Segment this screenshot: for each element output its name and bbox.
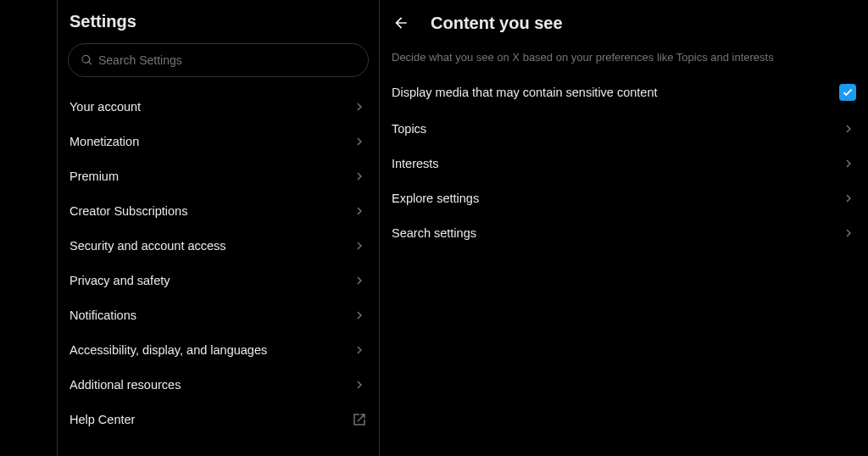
left-nav-gap <box>0 0 58 456</box>
chevron-right-icon <box>352 169 367 184</box>
settings-title: Settings <box>58 8 379 40</box>
nav-item-label: Premium <box>70 170 119 183</box>
nav-item-label: Monetization <box>70 135 139 148</box>
nav-item-label: Additional resources <box>70 378 181 392</box>
search-icon <box>81 53 93 67</box>
chevron-right-icon <box>352 203 367 219</box>
detail-item-label: Search settings <box>392 226 476 240</box>
nav-premium[interactable]: Premium <box>58 158 379 193</box>
chevron-right-icon <box>352 273 367 288</box>
nav-additional-resources[interactable]: Additional resources <box>58 367 379 402</box>
nav-help-center[interactable]: Help Center <box>58 402 379 437</box>
detail-item-topics[interactable]: Topics <box>380 111 868 146</box>
nav-monetization[interactable]: Monetization <box>58 124 379 158</box>
chevron-right-icon <box>841 191 856 206</box>
chevron-right-icon <box>352 238 367 253</box>
nav-your-account[interactable]: Your account <box>58 89 379 124</box>
nav-privacy[interactable]: Privacy and safety <box>58 263 379 298</box>
detail-item-search-settings[interactable]: Search settings <box>380 215 868 250</box>
search-input[interactable] <box>98 53 356 67</box>
detail-item-interests[interactable]: Interests <box>380 146 868 181</box>
chevron-right-icon <box>841 121 856 136</box>
detail-title: Content you see <box>431 14 563 33</box>
settings-nav: Your account Monetization Premium Creato… <box>58 89 379 437</box>
chevron-right-icon <box>352 99 367 114</box>
toggle-label: Display media that may contain sensitive… <box>392 86 658 99</box>
detail-item-label: Topics <box>392 122 426 136</box>
search-wrap <box>58 40 379 89</box>
back-button[interactable] <box>387 8 415 37</box>
nav-item-label: Your account <box>70 100 141 114</box>
nav-accessibility[interactable]: Accessibility, display, and languages <box>58 332 379 367</box>
sensitive-content-checkbox[interactable] <box>839 84 856 101</box>
nav-item-label: Security and account access <box>70 239 226 253</box>
chevron-right-icon <box>841 156 856 171</box>
chevron-right-icon <box>352 134 367 149</box>
nav-item-label: Help Center <box>70 413 135 426</box>
chevron-right-icon <box>352 308 367 323</box>
chevron-right-icon <box>352 377 367 392</box>
check-icon <box>842 86 854 98</box>
detail-header: Content you see <box>380 5 868 44</box>
external-link-icon <box>352 412 367 427</box>
nav-item-label: Creator Subscriptions <box>70 204 187 218</box>
nav-creator-subs[interactable]: Creator Subscriptions <box>58 193 379 228</box>
chevron-right-icon <box>352 342 367 358</box>
detail-item-explore-settings[interactable]: Explore settings <box>380 181 868 215</box>
nav-item-label: Privacy and safety <box>70 274 170 287</box>
arrow-left-icon <box>392 14 409 31</box>
detail-description: Decide what you see on X based on your p… <box>380 44 868 75</box>
nav-item-label: Accessibility, display, and languages <box>70 343 267 357</box>
detail-panel: Content you see Decide what you see on X… <box>380 0 868 456</box>
detail-item-label: Interests <box>392 157 439 170</box>
search-settings[interactable] <box>68 43 369 77</box>
sensitive-content-toggle-row[interactable]: Display media that may contain sensitive… <box>380 75 868 111</box>
detail-item-label: Explore settings <box>392 192 479 205</box>
nav-security[interactable]: Security and account access <box>58 228 379 263</box>
chevron-right-icon <box>841 225 856 241</box>
nav-item-label: Notifications <box>70 309 136 322</box>
settings-sidebar: Settings Your account Monetization Premi… <box>58 0 380 456</box>
nav-notifications[interactable]: Notifications <box>58 298 379 332</box>
